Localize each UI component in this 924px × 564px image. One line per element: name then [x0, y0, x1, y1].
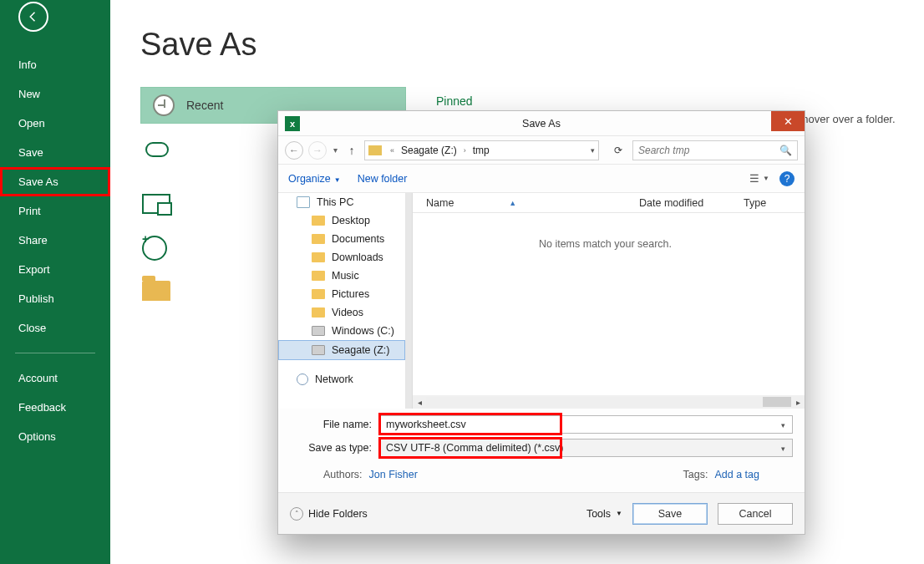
page-title: Save As	[140, 27, 924, 63]
sidebar-item-new[interactable]: New	[0, 79, 110, 109]
pane-splitter[interactable]	[406, 193, 413, 409]
sidebar-item-label: Feedback	[18, 401, 66, 414]
tree-pictures[interactable]: Pictures	[278, 285, 405, 303]
hide-folders-button[interactable]: ˄ Hide Folders	[290, 507, 368, 521]
sidebar-item-label: Close	[18, 322, 46, 334]
sidebar-item-label: Open	[18, 117, 45, 130]
scroll-left-icon[interactable]: ◂	[413, 398, 426, 407]
view-mode-button[interactable]: ☰ ▼	[749, 172, 769, 185]
sidebar-item-label: Publish	[18, 292, 54, 305]
sidebar-item-share[interactable]: Share	[0, 226, 110, 255]
help-button[interactable]: ?	[779, 171, 795, 186]
disk-icon	[312, 326, 325, 336]
horizontal-scrollbar[interactable]: ◂ ▸	[413, 395, 805, 409]
savetype-select[interactable]: CSV UTF-8 (Comma delimited) (*.csv) ▾	[380, 439, 793, 457]
sidebar-item-account[interactable]: Account	[0, 363, 110, 393]
tree-label: Pictures	[332, 288, 369, 300]
chevron-down-icon[interactable]: ▾	[776, 419, 789, 432]
tree-documents[interactable]: Documents	[278, 230, 405, 248]
sidebar-item-save[interactable]: Save	[0, 138, 110, 167]
nav-history-dropdown[interactable]: ▾	[332, 145, 339, 155]
tools-menu[interactable]: Tools ▼	[586, 508, 622, 520]
scroll-thumb[interactable]	[763, 397, 791, 407]
savetype-row: Save as type: CSV UTF-8 (Comma delimited…	[290, 439, 793, 457]
sidebar-item-label: Info	[18, 58, 37, 71]
drive-icon	[368, 145, 382, 155]
hide-folders-label: Hide Folders	[308, 508, 368, 520]
tree-windows-c[interactable]: Windows (C:)	[278, 322, 405, 340]
meta-row: Authors: Jon Fisher Tags: Add a tag	[290, 469, 793, 480]
address-dropdown[interactable]: ▾	[591, 146, 595, 155]
sidebar-item-close[interactable]: Close	[0, 313, 110, 343]
tree-desktop[interactable]: Desktop	[278, 211, 405, 230]
tree-label: Documents	[332, 233, 384, 245]
chevron-down-icon[interactable]: ▾	[776, 442, 789, 455]
new-folder-button[interactable]: New folder	[358, 173, 408, 185]
authors-field: Authors: Jon Fisher	[323, 469, 418, 480]
scroll-right-icon[interactable]: ▸	[791, 398, 805, 407]
folder-icon	[312, 271, 325, 281]
folder-tree[interactable]: This PC Desktop Documents Downloads Musi…	[278, 193, 405, 409]
arrow-left-icon	[26, 9, 41, 24]
column-date[interactable]: Date modified	[639, 197, 744, 209]
back-button[interactable]	[18, 2, 48, 32]
cancel-button[interactable]: Cancel	[718, 503, 793, 525]
dialog-toolbar: Organize▼ New folder ☰ ▼ ?	[278, 165, 805, 193]
sidebar-item-export[interactable]: Export	[0, 255, 110, 284]
search-icon[interactable]: 🔍	[779, 145, 792, 156]
search-input[interactable]	[638, 145, 779, 156]
tree-label: Windows (C:)	[332, 325, 394, 337]
column-headers: Name▲ Date modified Type	[406, 193, 805, 213]
breadcrumb-drive[interactable]: Seagate (Z:)	[401, 145, 457, 156]
scroll-track[interactable]	[426, 397, 791, 407]
browse-folder-icon[interactable]	[142, 281, 170, 301]
folder-icon	[312, 289, 325, 299]
tools-label: Tools	[586, 508, 611, 520]
tree-seagate-z[interactable]: Seagate (Z:)	[278, 340, 405, 360]
sidebar-item-print[interactable]: Print	[0, 196, 110, 226]
folder-icon	[312, 252, 325, 262]
organize-menu[interactable]: Organize▼	[288, 173, 341, 185]
tree-music[interactable]: Music	[278, 267, 405, 285]
button-label: Save	[658, 508, 683, 520]
search-box[interactable]: 🔍	[632, 140, 798, 160]
refresh-button[interactable]: ⟳	[609, 145, 627, 156]
save-button[interactable]: Save	[632, 503, 708, 525]
tree-label: Videos	[332, 307, 363, 318]
filename-input[interactable]: myworksheet.csv ▾	[380, 415, 793, 434]
nav-up-button[interactable]: ↑	[344, 144, 359, 157]
tree-this-pc[interactable]: This PC	[278, 193, 405, 211]
sidebar-item-label: Account	[18, 372, 58, 384]
folder-icon	[312, 216, 325, 226]
sidebar-item-save-as[interactable]: Save As	[0, 167, 110, 196]
tree-label: This PC	[317, 196, 353, 208]
breadcrumb-chevron: «	[388, 146, 396, 155]
address-bar[interactable]: « Seagate (Z:) › tmp ▾	[364, 140, 599, 160]
tags-label: Tags:	[683, 469, 708, 480]
authors-value[interactable]: Jon Fisher	[369, 469, 418, 480]
sidebar-item-feedback[interactable]: Feedback	[0, 393, 110, 422]
onedrive-icon[interactable]	[145, 142, 169, 157]
close-button[interactable]: ✕	[771, 111, 805, 131]
sidebar-item-open[interactable]: Open	[0, 109, 110, 138]
folder-icon	[312, 234, 325, 244]
sidebar-item-publish[interactable]: Publish	[0, 284, 110, 313]
sidebar-item-label: Options	[18, 430, 56, 443]
tree-videos[interactable]: Videos	[278, 303, 405, 322]
sidebar-separator	[15, 353, 95, 353]
add-place-icon[interactable]	[142, 236, 167, 261]
tree-network[interactable]: Network	[278, 370, 405, 389]
column-type[interactable]: Type	[744, 197, 766, 209]
tags-value[interactable]: Add a tag	[714, 469, 759, 480]
dialog-footer: ˄ Hide Folders Tools ▼ Save Cancel	[278, 492, 805, 534]
tree-downloads[interactable]: Downloads	[278, 248, 405, 267]
dialog-nav-row: ← → ▾ ↑ « Seagate (Z:) › tmp ▾ ⟳ 🔍	[278, 136, 805, 165]
column-name[interactable]: Name▲	[426, 197, 639, 209]
nav-back-button[interactable]: ←	[285, 141, 303, 160]
file-menu-sidebar: Info New Open Save Save As Print Share E…	[0, 0, 110, 564]
this-pc-icon[interactable]	[142, 194, 170, 214]
savetype-label: Save as type:	[290, 442, 380, 454]
sidebar-item-options[interactable]: Options	[0, 422, 110, 451]
sidebar-item-info[interactable]: Info	[0, 50, 110, 79]
breadcrumb-folder[interactable]: tmp	[473, 145, 490, 156]
